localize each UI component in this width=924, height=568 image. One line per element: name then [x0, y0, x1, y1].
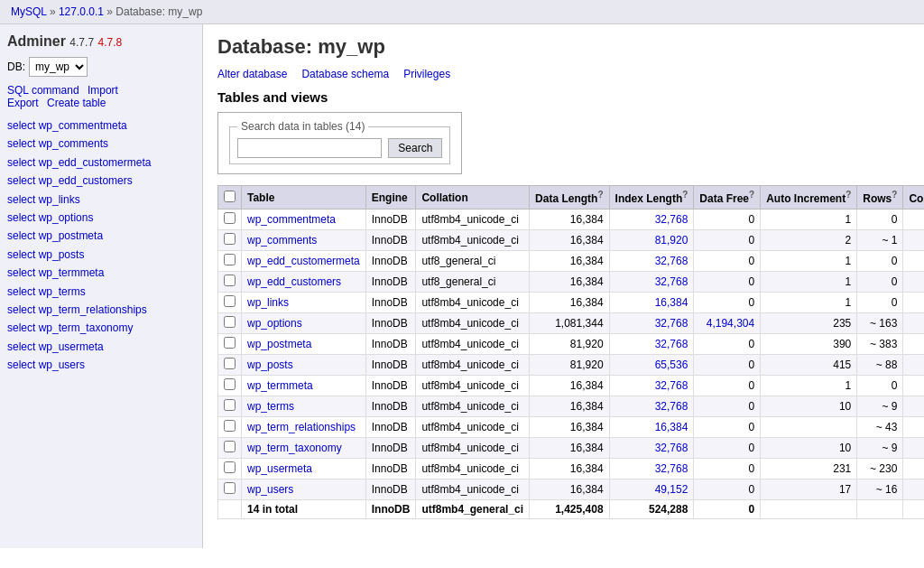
main-content: Database: my_wp Alter databaseDatabase s…	[203, 24, 924, 548]
sidebar-nav-item[interactable]: select wp_termmeta	[7, 264, 195, 282]
sidebar-nav-item[interactable]: select wp_term_taxonomy	[7, 319, 195, 337]
col-header-data-length: Data Length?	[530, 186, 609, 210]
row-checkbox[interactable]	[224, 482, 236, 494]
export-link[interactable]: Export	[7, 97, 39, 109]
row-checkbox[interactable]	[224, 316, 236, 328]
col-header-auto-increment: Auto Increment?	[761, 186, 857, 210]
row-auto-increment: 415	[761, 355, 857, 376]
row-checkbox[interactable]	[224, 337, 236, 349]
row-index-length-link[interactable]: 32,768	[655, 275, 688, 288]
row-data-free: 0	[694, 459, 761, 480]
sidebar-nav-item[interactable]: select wp_links	[7, 191, 195, 209]
row-checkbox[interactable]	[224, 441, 236, 452]
sidebar-nav-item[interactable]: select wp_users	[7, 356, 195, 374]
search-fieldset: Search data in tables (14) Search	[229, 120, 450, 164]
table-name-link[interactable]: wp_links	[247, 296, 289, 309]
row-index-length-link[interactable]: 16,384	[655, 421, 688, 433]
select-all-checkbox[interactable]	[224, 191, 236, 202]
table-name-link[interactable]: wp_postmeta	[247, 338, 311, 350]
row-checkbox-cell	[218, 334, 242, 355]
row-checkbox[interactable]	[224, 275, 236, 286]
row-checkbox[interactable]	[224, 358, 236, 369]
row-collation: utf8mb4_unicode_ci	[416, 376, 530, 396]
table-name-link[interactable]: wp_options	[247, 317, 302, 330]
row-index-length-link[interactable]: 65,536	[655, 358, 688, 371]
row-index-length-link[interactable]: 49,152	[655, 483, 688, 496]
table-name-link[interactable]: wp_term_relationships	[247, 421, 356, 433]
row-index-length-link[interactable]: 32,768	[655, 379, 688, 392]
sidebar-nav-item[interactable]: select wp_edd_customers	[7, 172, 195, 190]
breadcrumb-db-type[interactable]: MySQL	[11, 5, 47, 18]
row-rows: ~ 16	[857, 480, 903, 500]
col-header-engine: Engine	[365, 186, 416, 210]
row-auto-increment: 1	[761, 376, 857, 396]
search-input[interactable]	[237, 138, 382, 158]
table-name-link[interactable]: wp_edd_customers	[247, 275, 341, 288]
action-link[interactable]: Database schema	[301, 68, 389, 80]
table-name-link[interactable]: wp_termmeta	[247, 379, 313, 392]
import-link[interactable]: Import	[88, 84, 118, 97]
row-checkbox[interactable]	[224, 295, 236, 307]
sql-command-link[interactable]: SQL command	[7, 84, 79, 97]
row-checkbox[interactable]	[224, 254, 236, 265]
row-collation: utf8mb4_unicode_ci	[416, 293, 530, 313]
row-auto-increment: 390	[761, 334, 857, 355]
table-name-link[interactable]: wp_users	[247, 483, 293, 496]
footer-collation: utf8mb4_general_ci	[416, 500, 530, 519]
row-checkbox[interactable]	[224, 212, 236, 224]
row-data-free: 0	[694, 334, 761, 355]
row-index-length-link[interactable]: 32,768	[655, 213, 688, 226]
row-index-length-link[interactable]: 32,768	[655, 338, 688, 350]
sidebar-nav-item[interactable]: select wp_commentmeta	[7, 116, 195, 135]
breadcrumb-host[interactable]: 127.0.0.1	[59, 5, 104, 18]
row-checkbox[interactable]	[224, 420, 236, 432]
table-name-link[interactable]: wp_usermeta	[247, 462, 312, 475]
row-rows: ~ 88	[857, 355, 903, 376]
section-title: Tables and views	[217, 89, 924, 105]
sidebar-nav-item[interactable]: select wp_terms	[7, 283, 195, 301]
row-checkbox-cell	[218, 210, 242, 230]
action-link[interactable]: Privileges	[403, 68, 450, 80]
table-name-link[interactable]: wp_terms	[247, 400, 294, 413]
row-index-length-link[interactable]: 81,920	[655, 234, 688, 247]
db-selector[interactable]: my_wp	[29, 57, 88, 77]
row-checkbox[interactable]	[224, 233, 236, 245]
row-index-length-link[interactable]: 32,768	[655, 255, 688, 267]
row-checkbox[interactable]	[224, 461, 236, 473]
row-checkbox[interactable]	[224, 378, 236, 390]
row-data-free-link[interactable]: 4,194,304	[707, 317, 754, 330]
row-index-length-link[interactable]: 32,768	[655, 317, 688, 330]
create-table-link[interactable]: Create table	[47, 97, 106, 109]
search-button[interactable]: Search	[388, 138, 442, 158]
table-name-link[interactable]: wp_commentmeta	[247, 213, 336, 226]
sidebar-nav-item[interactable]: select wp_posts	[7, 246, 195, 264]
row-engine: InnoDB	[365, 417, 416, 438]
table-name-link[interactable]: wp_edd_customermeta	[247, 255, 360, 267]
search-legend: Search data in tables (14)	[237, 120, 368, 133]
row-comment	[903, 396, 924, 417]
sidebar-nav-item[interactable]: select wp_postmeta	[7, 227, 195, 245]
table-row: wp_usersInnoDButf8mb4_unicode_ci16,38449…	[218, 480, 925, 500]
sidebar-nav-item[interactable]: select wp_edd_customermeta	[7, 154, 195, 172]
footer-label: 14 in total	[242, 500, 366, 519]
row-index-length-link[interactable]: 32,768	[655, 400, 688, 413]
sidebar-nav-item[interactable]: select wp_usermeta	[7, 338, 195, 356]
table-name-link[interactable]: wp_comments	[247, 234, 317, 247]
sidebar-nav-item[interactable]: select wp_options	[7, 209, 195, 227]
row-index-length: 16,384	[609, 417, 694, 438]
table-name-link[interactable]: wp_term_taxonomy	[247, 442, 342, 454]
row-index-length-link[interactable]: 32,768	[655, 462, 688, 475]
row-data-free: 0	[694, 417, 761, 438]
action-link[interactable]: Alter database	[217, 68, 287, 80]
row-index-length-link[interactable]: 32,768	[655, 442, 688, 454]
row-data-free: 0	[694, 480, 761, 500]
row-table-name: wp_comments	[242, 230, 366, 251]
sidebar-nav-item[interactable]: select wp_comments	[7, 135, 195, 153]
sidebar-nav-item[interactable]: select wp_term_relationships	[7, 301, 195, 319]
table-name-link[interactable]: wp_posts	[247, 358, 293, 371]
row-table-name: wp_commentmeta	[242, 210, 366, 230]
row-index-length-link[interactable]: 16,384	[655, 296, 688, 309]
row-engine: InnoDB	[365, 293, 416, 313]
row-checkbox[interactable]	[224, 399, 236, 411]
footer-comment	[903, 500, 924, 519]
